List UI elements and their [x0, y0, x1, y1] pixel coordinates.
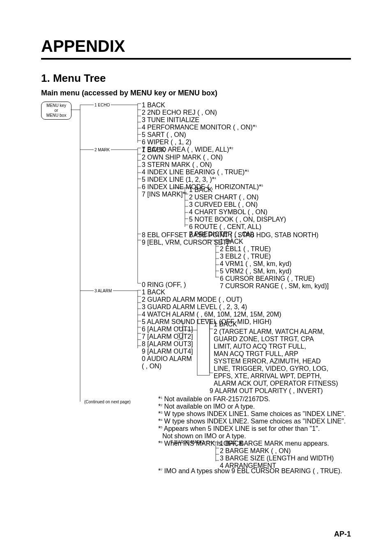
menu-2-mark: 2 MARK — [95, 148, 110, 152]
tree-item: 3 STERN MARK ( , ON) — [142, 161, 263, 169]
tree-item: 2 EBL1 ( , TRUE) — [220, 245, 329, 253]
tree-item: 9 ALARM OUT POLARITY ( , INVERT) — [210, 387, 338, 395]
tree-item: GUARD ZONE, LOST TRGT, CPA — [214, 335, 338, 343]
tree-item: 5 NOTE BOOK ( , ON, DISPLAY) — [189, 216, 286, 223]
tree-item: 1 BACK — [220, 238, 329, 245]
tree-item: 5 SART ( , ON) — [142, 131, 257, 139]
tree-item: 2 BARGE MARK ( , ON) — [220, 447, 334, 455]
page-title: APPENDIX — [41, 37, 351, 56]
tree-item: 1 BACK — [214, 321, 338, 328]
page-number: AP-1 — [334, 530, 351, 539]
tree-item: 4 INDEX LINE BEARING ( , TRUE)*3 — [142, 169, 263, 176]
tree-item: 5 INDEX LINE (1, 2, 3, )*4 — [142, 176, 263, 183]
tree-item: 3 CURVED EBL ( , ON) — [189, 201, 286, 208]
tree-item: 2 (TARGET ALARM, WATCH ALARM, — [214, 328, 338, 335]
tree-item: 2 OWN SHIP MARK ( , ON) — [142, 154, 263, 161]
tree-item: ALARM ACK OUT, OPERATOR FITNESS) — [214, 380, 338, 387]
tree-item: 2 GUARD ALARM MODE ( , OUT) — [142, 296, 281, 303]
footnote: *7 IMO and A types show 9 EBL CURSOR BEA… — [158, 467, 342, 475]
footnote: Not shown on IMO or A type. — [162, 432, 346, 440]
section-heading: 1. Menu Tree — [41, 72, 351, 85]
tree-item: EPFS, XTE, ARRIVAL WPT, DEPTH, — [214, 372, 338, 380]
tree-item: 1 BACK — [220, 440, 334, 447]
ebl-vrm-sub: 1 BACK 2 EBL1 ( , TRUE) 3 EBL2 ( , TRUE)… — [220, 238, 329, 290]
tree-item: 1 BACK — [142, 146, 263, 154]
tree-item: 1 BACK — [142, 102, 257, 109]
subsection-heading: Main menu (accessed by MENU key or MENU … — [41, 89, 351, 97]
tree-item: 3 BARGE SIZE (LENGTH and WIDTH) — [220, 455, 334, 462]
tree-item: 2 2ND ECHO REJ ( , ON) — [142, 109, 257, 116]
tree-item: 4 VRM1 ( , SM, km, kyd) — [220, 260, 329, 268]
tree-item: SYSTEM ERROR, AZIMUTH, HEAD — [214, 358, 338, 365]
tree-item: 1 BACK — [189, 186, 286, 194]
barge-mark-sub: 1 BACK 2 BARGE MARK ( , ON) 3 BARGE SIZE… — [220, 440, 334, 469]
menu-tree: MENU key or MENU box 1 ECHO 2 MARK 3 ALA… — [41, 102, 351, 500]
tree-item: 6 WIPER ( , 1, 2) — [142, 139, 257, 146]
root-line1: MENU key — [46, 103, 66, 108]
root-line3: MENU box — [46, 113, 66, 118]
continued-label: (Continued on next page) — [84, 400, 131, 404]
tree-item: 5 VRM2 ( , SM, km, kyd) — [220, 268, 329, 275]
barge-mark-label: 7 [BARGE MARK] — [171, 440, 204, 444]
tree-item: 4 CHART SYMBOL ( , ON) — [189, 208, 286, 216]
root-node: MENU key or MENU box — [41, 102, 71, 120]
footnote: *3 W type shows INDEX LINE1. Same choice… — [158, 410, 346, 418]
echo-items: 1 BACK 2 2ND ECHO REJ ( , ON) 3 TUNE INI… — [142, 102, 257, 153]
tree-item: 4 WATCH ALARM ( , 6M, 10M, 12M, 15M, 20M… — [142, 311, 281, 318]
tree-item: LINE, TRIGGER, VIDEO, GYRO, LOG, — [214, 365, 338, 372]
root-line2: or — [55, 108, 58, 113]
title-rule — [41, 58, 351, 60]
footnote: *2 Not available on IMO or A type. — [158, 403, 346, 410]
footnote: *1 Not available on FAR-2157/2167DS. — [158, 395, 346, 403]
ins-mark-sub: 1 BACK 2 USER CHART ( , ON) 3 CURVED EBL… — [189, 186, 286, 238]
tree-item: MAN ACQ TRGT FULL, ARP — [214, 350, 338, 358]
menu-3-alarm: 3 ALARM — [95, 289, 112, 293]
tree-item: 4 PERFORMANCE MONITOR ( , ON)*1 — [142, 124, 257, 131]
tree-item: 3 GUARD ALARM LEVEL ( , 2, 3, 4) — [142, 303, 281, 311]
alarm-out-sub: 1 BACK 2 (TARGET ALARM, WATCH ALARM, GUA… — [214, 321, 338, 395]
menu-1-echo: 1 ECHO — [95, 103, 110, 107]
tree-item: 1 BACK — [142, 289, 281, 296]
tree-item: LIMIT, AUTO ACQ TRGT FULL, — [214, 343, 338, 350]
footnote-7: *7 IMO and A types show 9 EBL CURSOR BEA… — [158, 467, 342, 475]
tree-item: 6 ROUTE ( , CENT, ALL) — [189, 223, 286, 231]
tree-item: 3 EBL2 ( , TRUE) — [220, 253, 329, 260]
mark-ring: 0 RING (OFF, ) — [142, 281, 186, 289]
footnote: *4 W type shows INDEX LINE2. Same choice… — [158, 418, 346, 425]
tree-item: 6 CURSOR BEARING ( , TRUE) — [220, 275, 329, 282]
tree-item: 0 RING (OFF, ) — [142, 281, 186, 289]
tree-item: 3 TUNE INITIALIZE — [142, 116, 257, 124]
footnote: *5 Appears when 5 INDEX LINE is set for … — [158, 425, 346, 432]
tree-item: 2 USER CHART ( , ON) — [189, 194, 286, 201]
